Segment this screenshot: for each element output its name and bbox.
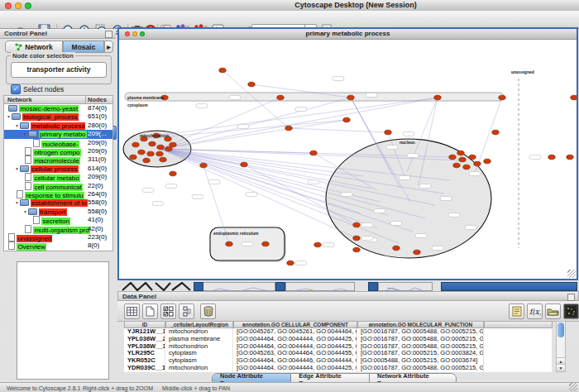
network-edge[interactable] bbox=[289, 128, 388, 132]
table-column-header[interactable]: ID bbox=[124, 321, 165, 328]
table-cell[interactable]: [GO:0044464, GO:0044444, GO:0044425, G..… bbox=[233, 343, 357, 351]
network-node[interactable] bbox=[138, 150, 145, 155]
network-node[interactable] bbox=[457, 151, 464, 155]
network-node[interactable] bbox=[459, 157, 466, 162]
network-node[interactable] bbox=[474, 161, 481, 166]
table-cell[interactable] bbox=[484, 365, 553, 372]
tab-overflow-icon[interactable]: ▶ bbox=[104, 41, 113, 53]
network-node[interactable] bbox=[287, 261, 294, 265]
network-node[interactable] bbox=[548, 155, 555, 160]
network-edge[interactable] bbox=[160, 98, 351, 149]
network-node[interactable] bbox=[353, 247, 360, 252]
network-node[interactable] bbox=[285, 126, 292, 131]
window-resize-grip[interactable] bbox=[569, 383, 577, 391]
background-window[interactable] bbox=[285, 282, 355, 291]
table-cell[interactable]: YLR295C bbox=[124, 350, 165, 357]
network-node[interactable] bbox=[170, 142, 176, 147]
tree-expand-icon[interactable]: ▼ bbox=[23, 209, 27, 214]
tree-row[interactable]: ▼transport558(0) bbox=[4, 208, 113, 216]
table-cell[interactable]: [GO:0016787, GO:0005488, GO:0005215, G..… bbox=[357, 328, 484, 336]
table-cell[interactable]: mitochondrion bbox=[165, 328, 233, 336]
tree-expand-icon[interactable]: ▼ bbox=[15, 123, 19, 128]
network-node[interactable] bbox=[469, 155, 476, 160]
network-node[interactable] bbox=[149, 141, 156, 146]
tree-row[interactable]: ▼establishment of lo558(0) bbox=[4, 198, 113, 207]
network-node[interactable] bbox=[241, 162, 247, 167]
background-window[interactable] bbox=[203, 282, 275, 291]
tree-expand-icon[interactable]: ▼ bbox=[7, 114, 11, 119]
network-node[interactable] bbox=[353, 222, 360, 227]
tree-row[interactable]: mosaic-demo-yeast874(0) bbox=[4, 104, 113, 112]
tree-row[interactable]: nucleobase-209(0) bbox=[4, 139, 113, 147]
table-cell[interactable]: [GO:0044464, GO:0044444, GO:0044425, G..… bbox=[233, 336, 357, 343]
network-edge[interactable] bbox=[160, 120, 347, 149]
table-cell[interactable]: [GO:0016787, GO:0005215, GO:0003824, G..… bbox=[357, 350, 484, 357]
network-node[interactable] bbox=[449, 155, 456, 160]
network-node[interactable] bbox=[248, 82, 255, 87]
tab-mosaic[interactable]: Mosaic bbox=[63, 41, 104, 53]
network-node[interactable] bbox=[414, 250, 420, 255]
table-cell[interactable]: mitochondrion bbox=[165, 343, 233, 351]
network-node[interactable] bbox=[143, 158, 150, 163]
table-cell[interactable]: [GO:0045267, GO:0045261, GO:0044464, G..… bbox=[233, 328, 357, 336]
float-data-panel-icon[interactable] bbox=[567, 294, 575, 301]
table-cell[interactable]: mitochondrion bbox=[165, 365, 233, 372]
table-cell[interactable]: [GO:0016787, GO:0005488, GO:0005215, G..… bbox=[357, 365, 484, 372]
minimize-window-icon[interactable] bbox=[15, 2, 22, 9]
network-node[interactable] bbox=[343, 117, 350, 122]
select-attributes-icon[interactable] bbox=[160, 304, 176, 319]
network-node[interactable] bbox=[160, 157, 166, 162]
network-node[interactable] bbox=[157, 145, 164, 150]
network-node[interactable] bbox=[130, 155, 136, 160]
view-resize-grip[interactable] bbox=[567, 270, 576, 278]
tree-row[interactable]: unassigned223(0) bbox=[4, 233, 113, 241]
network-node[interactable] bbox=[499, 95, 505, 100]
table-cell[interactable] bbox=[484, 328, 553, 336]
table-cell[interactable] bbox=[484, 350, 553, 357]
select-nodes-checkbox[interactable]: ✓ bbox=[11, 84, 21, 94]
table-cell[interactable]: [GO:0044464, GO:0044446, GO:0044444, G..… bbox=[233, 357, 357, 365]
network-node[interactable] bbox=[393, 246, 400, 251]
close-window-icon[interactable] bbox=[5, 2, 12, 9]
network-node[interactable] bbox=[165, 146, 172, 151]
tree-row[interactable]: Overview8(0) bbox=[4, 241, 113, 250]
plasma-membrane-region[interactable] bbox=[125, 93, 504, 101]
network-node[interactable] bbox=[453, 163, 460, 168]
table-column-header[interactable] bbox=[484, 321, 553, 328]
color-attribute-select[interactable]: transporter activity bbox=[11, 62, 107, 78]
network-node[interactable] bbox=[314, 242, 321, 247]
network-node[interactable] bbox=[219, 68, 226, 73]
table-cell[interactable]: YDR039C__1 bbox=[124, 365, 165, 372]
network-canvas[interactable]: plasma membranecytoplasmmitochondrionnuc… bbox=[119, 40, 577, 279]
table-cell[interactable]: YPL036W__1 bbox=[124, 343, 165, 351]
import-table-icon[interactable] bbox=[545, 304, 561, 319]
new-attribute-icon[interactable] bbox=[142, 304, 158, 319]
unselect-attributes-icon[interactable] bbox=[179, 304, 194, 319]
annotation-icon[interactable] bbox=[509, 304, 524, 319]
network-node[interactable] bbox=[571, 95, 577, 100]
network-node[interactable] bbox=[434, 95, 441, 100]
network-node[interactable] bbox=[147, 151, 154, 156]
background-window[interactable] bbox=[378, 282, 433, 291]
grid-icon[interactable] bbox=[124, 304, 140, 319]
tree-row[interactable]: nitrogen compo209(0) bbox=[4, 147, 113, 155]
formula-icon[interactable]: f(x) bbox=[527, 304, 543, 319]
network-node[interactable] bbox=[156, 151, 163, 156]
float-panel-icon[interactable] bbox=[105, 31, 112, 38]
table-cell[interactable]: YJR121W__1 bbox=[124, 328, 165, 336]
tree-row[interactable]: cellular metabo209(0) bbox=[4, 173, 113, 181]
table-column-header[interactable]: annotation.GO MOLECULAR_FUNCTION bbox=[357, 321, 484, 328]
table-cell[interactable]: [GO:0045263, GO:0044464, GO:0044455, G..… bbox=[233, 350, 357, 357]
table-cell[interactable]: [GO:0005488, GO:0005215, GO:0003674] bbox=[357, 357, 484, 365]
delete-attribute-icon[interactable] bbox=[200, 304, 216, 319]
tree-expand-icon[interactable]: ▼ bbox=[23, 131, 27, 136]
table-column-header[interactable]: annotation.GO CELLULAR_COMPONENT bbox=[233, 321, 357, 328]
network-node[interactable] bbox=[353, 236, 360, 241]
network-node[interactable] bbox=[310, 151, 317, 155]
table-cell[interactable] bbox=[484, 357, 553, 365]
table-cell[interactable]: plasma membrane bbox=[165, 336, 233, 343]
tree-row[interactable]: secretion41(0) bbox=[4, 216, 113, 224]
network-node[interactable] bbox=[200, 163, 207, 168]
tree-row[interactable]: ▼metabolic process280(0) bbox=[4, 122, 113, 130]
table-scrollbar[interactable]: ▲ ▼ bbox=[556, 321, 566, 372]
